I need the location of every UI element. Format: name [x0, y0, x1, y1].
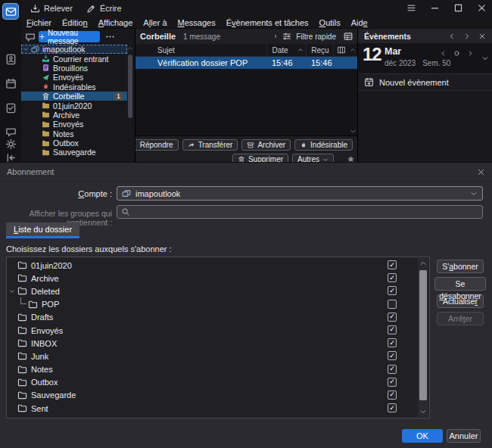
subscribe-checkbox[interactable] [388, 365, 397, 374]
subscribe-checkbox[interactable] [388, 325, 397, 334]
dialog-folder-row-sent[interactable]: Sent [7, 402, 429, 415]
folder-row-archive[interactable]: Archive [21, 110, 127, 120]
collapse-date-icon[interactable] [481, 54, 489, 62]
menu-messages[interactable]: Messages [173, 17, 221, 28]
folder-row-envoyes[interactable]: Envoyés [21, 73, 127, 82]
indesirable-button[interactable]: Indésirable [294, 139, 353, 151]
mail-tab-icon[interactable] [25, 32, 36, 42]
folder-row-outbox[interactable]: Outbox [21, 138, 127, 148]
today-icon[interactable] [453, 50, 460, 57]
autres-button[interactable]: Autres [292, 154, 334, 162]
subscribe-checkbox[interactable] [388, 351, 397, 360]
supprimer-button[interactable]: Supprimer [232, 154, 288, 162]
space-mail[interactable] [2, 3, 19, 20]
folder-row-notes[interactable]: Notes [21, 129, 127, 138]
space-tasks[interactable] [2, 99, 19, 116]
s-abonner-button[interactable]: S'abonner [437, 260, 484, 273]
previous-icon[interactable] [448, 33, 456, 40]
get-messages-button[interactable]: Relever [26, 2, 77, 15]
dialog-folder-row-envoyes[interactable]: Envoyés [7, 324, 429, 337]
dialog-folder-row-inbox[interactable]: INBOX [7, 337, 429, 350]
scroll-up-icon[interactable] [419, 260, 427, 267]
dialog-close-icon[interactable] [477, 168, 485, 176]
dialog-folder-row-01juin2020[interactable]: 01juin2020 [7, 259, 429, 272]
arreter-button[interactable]: Arrêter [437, 312, 484, 325]
subscribe-checkbox[interactable] [388, 378, 397, 387]
menu-outils[interactable]: Outils [314, 17, 346, 28]
dialog-folder-row-outbox[interactable]: Outbox [7, 376, 429, 389]
subscribe-checkbox[interactable] [388, 338, 397, 347]
maximize-icon[interactable] [453, 3, 463, 13]
menu-edition[interactable]: Édition [57, 17, 93, 28]
space-address-book[interactable] [2, 51, 19, 67]
ok-button[interactable]: OK [402, 429, 443, 443]
dialog-folder-row-deleted[interactable]: Deleted [7, 285, 429, 297]
dialog-folder-row-notes[interactable]: Notes [7, 363, 429, 376]
minimize-icon[interactable] [430, 3, 440, 13]
dialog-folder-row-junk[interactable]: Junk [7, 350, 429, 362]
new-message-button[interactable]: Nouveau message [39, 31, 100, 42]
scroll-down-icon[interactable] [350, 128, 357, 135]
folder-row-sauvegarde[interactable]: Sauvegarde [21, 148, 127, 157]
folder-row-indesirables[interactable]: Indésirables [21, 82, 127, 92]
transferer-button[interactable]: Transférer [182, 139, 238, 151]
dialog-folder-row-pop[interactable]: POP [7, 298, 429, 311]
folder-row-account[interactable]: imapoutlook [21, 45, 127, 54]
cancel-button[interactable]: Annuler [447, 429, 481, 443]
folder-row-brouillons[interactable]: Brouillons [21, 64, 127, 73]
menu-fichier[interactable]: Fichier [21, 17, 57, 28]
message-list-scrollbar[interactable] [348, 57, 357, 135]
app-menu-icon[interactable] [406, 3, 416, 13]
folder-row-envoyes[interactable]: Envoyés [21, 120, 127, 129]
list-scroll-top[interactable] [348, 47, 357, 53]
subscribe-checkbox[interactable] [388, 390, 397, 400]
subscribe-checkbox[interactable] [388, 403, 397, 412]
scroll-down-icon[interactable] [419, 408, 427, 415]
message-row[interactable]: Vérification dossier POP 15:46 15:46 [135, 57, 357, 69]
quick-filter-icon[interactable] [282, 32, 291, 41]
next-day-icon[interactable] [467, 50, 474, 57]
dialog-folder-row-sauvegarde[interactable]: Sauvegarde [7, 389, 429, 402]
write-button[interactable]: Écrire [82, 2, 126, 15]
menu-aide[interactable]: Aide [346, 17, 373, 28]
folder-row-courrier-entrant[interactable]: Courrier entrant [21, 54, 127, 63]
subscribe-checkbox[interactable] [388, 273, 397, 282]
dialog-folder-row-drafts[interactable]: Drafts [7, 311, 429, 324]
star-icon[interactable] [347, 155, 355, 162]
folder-row-corbeille[interactable]: Corbeille 1 [21, 92, 127, 101]
close-pane-icon[interactable] [478, 33, 486, 40]
chevron-down-icon[interactable] [9, 288, 15, 294]
column-received[interactable]: Reçu [306, 44, 333, 56]
next-icon[interactable] [463, 33, 471, 40]
group-filter-input[interactable] [117, 205, 483, 219]
menu-aller-a[interactable]: Aller à [138, 17, 172, 28]
tab-folder-list[interactable]: Liste du dossier [6, 222, 79, 238]
subscribe-checkbox[interactable] [388, 300, 397, 309]
dialog-scrollbar[interactable] [418, 258, 428, 417]
subscribe-checkbox[interactable] [388, 286, 397, 295]
space-calendar[interactable] [2, 75, 19, 92]
display-options-icon[interactable] [344, 32, 353, 41]
previous-day-icon[interactable] [440, 50, 447, 57]
quick-filter-label[interactable]: Filtre rapide [296, 33, 336, 41]
column-subject[interactable]: Sujet [135, 46, 266, 54]
menu-affichage[interactable]: Affichage [93, 17, 139, 28]
column-picker[interactable] [333, 44, 348, 56]
folder-pane-options-icon[interactable] [105, 32, 115, 42]
se-desabonner-button[interactable]: Se désabonner [434, 277, 486, 291]
repondre-button[interactable]: Répondre [135, 139, 179, 151]
archiver-button[interactable]: Archiver [241, 139, 291, 151]
scroll-thumb[interactable] [128, 54, 132, 118]
close-icon[interactable] [477, 3, 487, 13]
subscribe-checkbox[interactable] [388, 313, 397, 322]
scroll-thumb[interactable] [419, 270, 427, 400]
new-event-button[interactable]: Nouvel évènement [358, 74, 492, 91]
subscribe-checkbox[interactable] [388, 260, 397, 269]
dialog-folder-row-archive[interactable]: Archive [7, 272, 429, 285]
folder-pane-scrollbar[interactable] [127, 45, 133, 157]
actualiser-button[interactable]: Actualiser [437, 294, 484, 308]
column-date[interactable]: Date [266, 44, 306, 56]
scroll-up-icon[interactable] [127, 45, 133, 51]
account-select[interactable]: imapoutlook [117, 186, 483, 201]
menu-evenements-et-taches[interactable]: Évènements et tâches [221, 17, 314, 28]
